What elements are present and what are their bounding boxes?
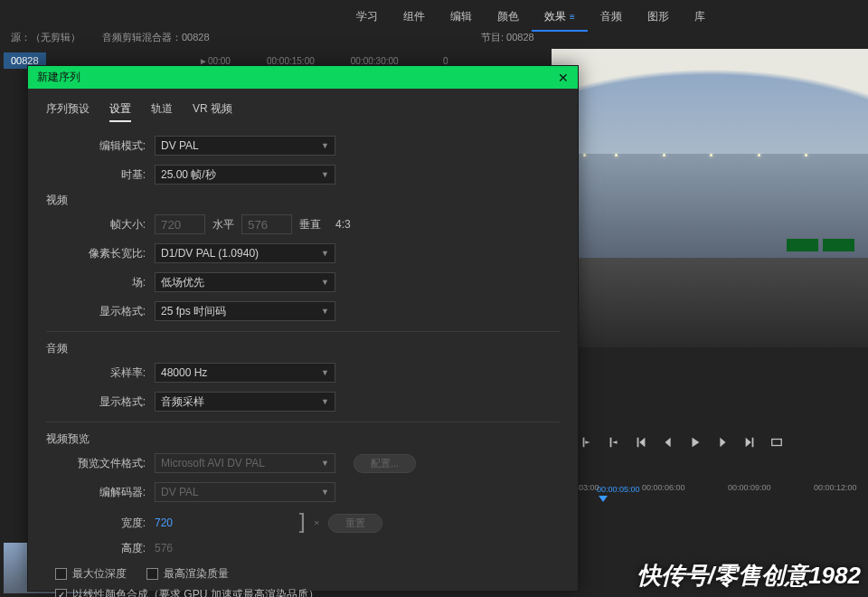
audio-section-label: 音频 [46,341,560,356]
pixel-aspect-select[interactable]: D1/DV PAL (1.0940)▼ [155,243,335,263]
sample-rate-label: 采样率: [46,365,155,381]
mixer-panel-header[interactable]: 音频剪辑混合器：00828 [91,27,221,49]
height-value: 576 [155,542,173,554]
dialog-body: 编辑模式: DV PAL▼ 时基: 25.00 帧/秒▼ 视频 帧大小: 水平 … [28,131,578,597]
max-bit-depth-label: 最大位深度 [72,566,127,582]
framesize-label: 帧大小: [46,217,155,232]
preview-image-area [552,154,868,177]
chevron-down-icon: ▼ [321,141,329,150]
width-label: 宽度: [46,516,155,531]
chevron-down-icon: ▼ [321,459,329,468]
reset-button: 重置 [328,514,382,533]
configure-button: 配置... [354,454,416,473]
mark-out-button[interactable] [606,434,622,450]
audio-display-format-label: 显示格式: [46,394,155,410]
pixel-aspect-label: 像素长宽比: [46,246,155,261]
mark-in-button[interactable] [579,434,595,450]
fields-select[interactable]: 低场优先▼ [155,272,335,292]
height-label: 高度: [46,541,155,556]
link-bracket-icon: ] [296,510,308,535]
step-fwd-button[interactable] [714,434,731,450]
linear-composite-label: 以线性颜色合成（要求 GPU 加速或最高渲染品质） [72,587,319,597]
watermark-text: 快传号/零售创意1982 [637,560,861,592]
go-end-button[interactable] [741,434,758,450]
transport-controls [579,434,785,450]
chevron-down-icon: ▼ [321,278,329,287]
tab-vr[interactable]: VR 视频 [193,101,232,122]
timebase-label: 时基: [46,167,155,183]
tab-presets[interactable]: 序列预设 [46,101,90,122]
max-render-quality-label: 最高渲染质量 [164,566,229,582]
display-format-label: 显示格式: [46,304,155,319]
vertical-label: 垂直 [292,217,328,232]
chevron-down-icon: ▼ [321,488,329,497]
preview-format-select: Microsoft AVI DV PAL▼ [155,453,335,473]
sample-rate-select[interactable]: 48000 Hz▼ [155,363,335,383]
width-value[interactable]: 720 [155,516,173,529]
go-start-button[interactable] [633,434,649,450]
timeline-tick: 00:00:06:00 [642,483,685,492]
video-section-label: 视频 [46,193,560,208]
aspect-label: 4:3 [328,218,358,231]
dialog-titlebar[interactable]: 新建序列 ✕ [28,66,578,89]
display-format-select[interactable]: 25 fps 时间码▼ [155,301,335,321]
close-icon[interactable]: ✕ [558,71,569,85]
timeline-tick: 00:00:12:00 [814,483,857,492]
svg-rect-0 [772,440,782,446]
chevron-down-icon: ▼ [321,397,329,406]
timeline-tick: 00:00:09:00 [728,483,771,492]
link-icon[interactable]: 𐄂 [314,516,319,529]
max-bit-depth-checkbox[interactable] [55,568,67,580]
tab-settings[interactable]: 设置 [109,101,131,122]
tab-tracks[interactable]: 轨道 [151,101,173,122]
chevron-down-icon: ▼ [321,249,329,258]
dialog-title-text: 新建序列 [37,70,80,85]
frame-width-input [155,214,205,234]
program-monitor[interactable] [552,49,868,347]
step-back-button[interactable] [660,434,676,450]
program-panel-header[interactable]: 节目: 00828 [470,27,545,48]
frame-height-input [241,214,292,234]
panel-header-row: 源：（无剪辑） 音频剪辑混合器：00828 [0,27,868,49]
linear-composite-checkbox[interactable] [55,589,67,597]
preview-image-area [823,239,854,251]
source-panel-header[interactable]: 源：（无剪辑） [0,27,91,49]
export-frame-button[interactable] [769,434,785,450]
timebase-select[interactable]: 25.00 帧/秒▼ [155,165,335,185]
audio-display-format-select[interactable]: 音频采样▼ [155,392,335,412]
horizontal-label: 水平 [205,217,241,232]
new-sequence-dialog: 新建序列 ✕ 序列预设 设置 轨道 VR 视频 编辑模式: DV PAL▼ 时基… [27,65,579,592]
preview-format-label: 预览文件格式: [46,456,155,471]
dialog-tabs: 序列预设 设置 轨道 VR 视频 [28,89,578,131]
preview-image-area [552,258,868,347]
chevron-down-icon: ▼ [321,307,329,316]
edit-mode-label: 编辑模式: [46,138,155,154]
codec-label: 编解码器: [46,485,155,500]
edit-mode-select[interactable]: DV PAL▼ [155,136,335,156]
fields-label: 场: [46,275,155,290]
codec-select: DV PAL▼ [155,482,335,502]
chevron-down-icon: ▼ [321,170,329,179]
max-render-quality-checkbox[interactable] [146,568,158,580]
play-button[interactable] [687,434,703,450]
chevron-down-icon: ▼ [321,368,329,377]
video-preview-section-label: 视频预览 [46,431,560,447]
preview-image-area [787,239,818,251]
